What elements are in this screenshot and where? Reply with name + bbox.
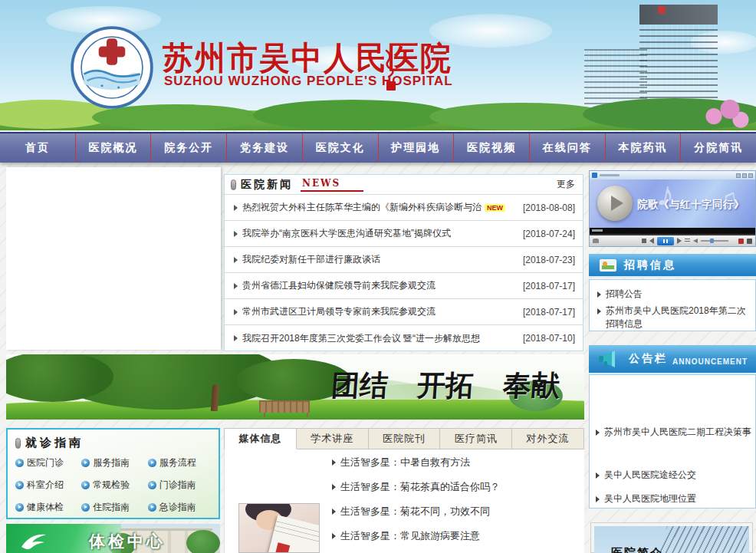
news-item[interactable]: 我院纪委对新任干部进行廉政谈话 [2018-07-23] [225,247,583,273]
player-titlebar [590,171,755,179]
video-caption: 院歌《与红十字同行》 [637,198,744,212]
record-icon[interactable] [738,239,744,244]
playlist-icon[interactable] [685,239,690,243]
nav-item-affairs[interactable]: 院务公开 [151,133,227,163]
news-header: 医院新闻 NEWS 更多 [225,175,583,195]
arrow-bullet-icon [596,472,600,479]
arrow-bullet-icon [234,335,238,341]
guide-link[interactable]: 住院指南 [81,501,147,514]
sphere-bullet-icon [148,459,156,467]
play-button[interactable] [597,186,633,221]
bench-decoration [259,400,310,413]
news-date: [2018-07-17] [517,307,575,318]
arrow-bullet-icon [332,459,336,466]
arrow-bullet-icon [596,496,600,502]
guide-link[interactable]: 服务指南 [81,456,147,469]
sphere-bullet-icon [15,503,24,512]
recruitment-item[interactable]: 招聘公告 [597,288,749,301]
announcement-title-en: ANNOUNCEMENT [672,357,748,366]
volume-slider[interactable] [701,240,728,242]
guide-link[interactable]: 服务流程 [148,456,214,469]
site-header: 苏州市吴中人民医院 SUZHOU WUZHONG PEOPLE'S HOSPIT… [0,0,756,130]
nav-item-branch[interactable]: 分院简讯 [681,133,756,163]
settings-icon[interactable] [747,239,752,244]
player-progress-bar[interactable] [590,228,755,235]
nav-item-pharmacy[interactable]: 本院药讯 [606,133,682,163]
next-icon[interactable] [677,238,682,244]
media-tab-content: 生活智多星：中暑自救有方法 生活智多星：菊花茶真的适合你吗？ 生活智多星：菊花不… [224,449,584,553]
player-controls [590,235,755,246]
news-item[interactable]: 常州市武进区卫计局领导专家前来我院参观交流 [2018-07-17] [225,299,583,325]
tab-exchange[interactable]: 对外交流 [512,429,583,449]
guide-link[interactable]: 门诊指南 [148,479,214,492]
guide-link[interactable]: 医院门诊 [15,456,81,469]
nav-item-nursing[interactable]: 护理园地 [379,133,455,163]
arrow-bullet-icon [234,309,238,315]
announcement-panel: 苏州市吴中人民医院二期工程决策事 吴中人民医院途经公交 吴中人民医院地理位置 [589,374,756,509]
volume-icon[interactable] [693,239,698,243]
sphere-bullet-icon [148,503,156,512]
news-title: 医院新闻 [241,178,293,192]
hospital-logo [71,26,153,109]
previous-icon[interactable] [649,238,654,244]
tab-journal[interactable]: 医院院刊 [369,429,441,449]
recruitment-icon [600,259,616,272]
news-title-en: NEWS [301,178,363,192]
nav-item-overview[interactable]: 医院概况 [76,133,152,163]
visit-guide-panel: 就诊指南 医院门诊 服务指南 服务流程 科室介绍 常规检验 门诊指南 健康体检 … [6,428,220,519]
guide-link[interactable]: 急诊指南 [148,501,214,514]
media-article[interactable]: 生活智多星：菊花茶真的适合你吗？ [332,480,580,494]
news-date: [2018-07-10] [517,333,575,344]
nav-item-qa[interactable]: 在线问答 [530,133,606,163]
tab-lectures[interactable]: 学术讲座 [297,429,369,449]
hospital-intro-title: 医院简介 [611,546,663,553]
news-item[interactable]: 热烈祝贺大外科主任陈革华主编的《新编外科疾病诊断与治 NEW [2018-08-… [225,195,583,221]
player-screen: ♪ ♫ 院歌《与红十字同行》 [590,179,755,228]
guide-link[interactable]: 常规检验 [81,479,147,492]
new-badge: NEW [485,204,505,212]
slogan-banner: 团结 开拓 奉献 [6,354,584,420]
nav-item-home[interactable]: 首页 [0,133,76,163]
checkup-center-banner[interactable]: 体检中心 [6,524,220,553]
media-article[interactable]: 生活智多星：常见旅游病要注意 [332,529,580,543]
announcement-item[interactable]: 吴中人民医院途经公交 [596,469,752,482]
media-article[interactable]: 生活智多星：菊花不同，功效不同 [332,505,580,518]
media-photo [238,503,320,553]
arrow-bullet-icon [234,283,238,289]
maximize-icon[interactable] [742,173,747,178]
news-item[interactable]: 我院召开2018年度第三次党委工作会议 暨“进一步解放思想 [2018-07-1… [225,325,583,351]
sphere-bullet-icon [81,459,90,467]
news-more-link[interactable]: 更多 [557,178,575,191]
recruitment-header: 招聘信息 [589,254,756,278]
news-panel: 医院新闻 NEWS 更多 热烈祝贺大外科主任陈革华主编的《新编外科疾病诊断与治 … [224,174,583,351]
stop-icon[interactable] [642,239,646,243]
pause-button[interactable] [657,237,674,245]
tab-media-info[interactable]: 媒体信息 [225,429,297,449]
megaphone-icon [597,349,623,369]
news-item[interactable]: 贵州省德江县妇幼保健院领导前来我院参观交流 [2018-07-17] [225,273,583,299]
minimize-icon[interactable] [736,173,741,178]
favorite-icon[interactable] [593,239,599,243]
nav-item-video[interactable]: 医院视频 [454,133,530,163]
media-article[interactable]: 生活智多星：中暑自救有方法 [332,456,580,469]
close-icon[interactable] [748,173,753,178]
sphere-bullet-icon [148,481,156,489]
guide-link[interactable]: 科室介绍 [15,479,81,492]
sphere-bullet-icon [81,481,90,489]
announcement-header: 公告栏 ANNOUNCEMENT [589,345,756,374]
news-item[interactable]: 我院举办“南京医科大学医患沟通研究基地”揭牌仪式 [2018-07-24] [225,221,583,247]
announcement-item[interactable]: 苏州市吴中人民医院二期工程决策事 [596,426,752,439]
sphere-bullet-icon [15,459,24,467]
hospital-intro-card[interactable]: 医院简介 [590,522,753,553]
video-player: ♪ ♫ 院歌《与红十字同行》 [589,170,756,247]
nav-item-culture[interactable]: 医院文化 [303,133,379,163]
slogan-text: 团结 开拓 奉献 [331,367,560,405]
news-list: 热烈祝贺大外科主任陈革华主编的《新编外科疾病诊断与治 NEW [2018-08-… [225,195,583,351]
nav-item-party[interactable]: 党务建设 [227,133,303,163]
recruitment-panel: 招聘公告 苏州市吴中人民医院2018年第二次招聘信息 [589,279,756,331]
tab-briefs[interactable]: 医疗简讯 [440,429,512,449]
media-article-list: 生活智多星：中暑自救有方法 生活智多星：菊花茶真的适合你吗？ 生活智多星：菊花不… [332,456,580,543]
announcement-item[interactable]: 吴中人民医院地理位置 [596,492,752,505]
recruitment-item[interactable]: 苏州市吴中人民医院2018年第二次招聘信息 [597,304,749,331]
guide-link[interactable]: 健康体检 [15,501,81,514]
